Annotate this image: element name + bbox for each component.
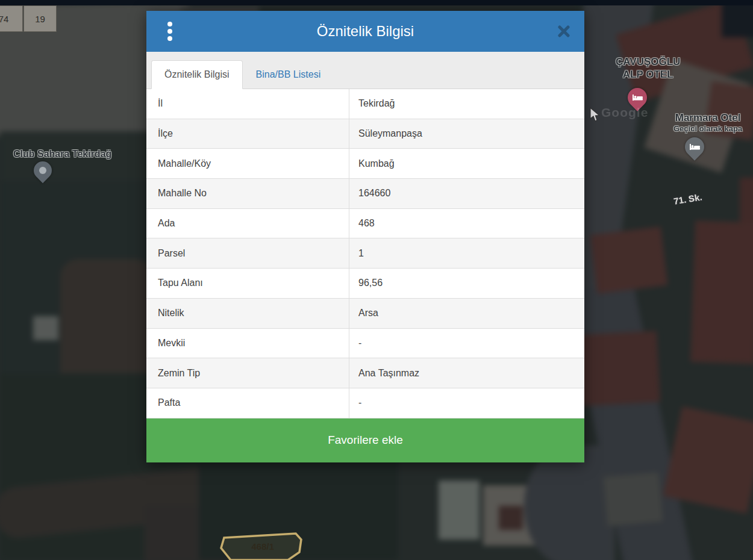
table-row: Pafta - — [146, 388, 584, 418]
bed-icon — [633, 94, 643, 101]
tab-bina-bb-listesi[interactable]: Bina/BB Listesi — [243, 60, 334, 89]
map-pin-club-sahara-icon[interactable] — [30, 158, 55, 183]
poi-line2: ALP OTEL — [623, 69, 673, 80]
table-row: Mahalle/Köy Kumbağ — [146, 149, 584, 179]
mouse-cursor-icon — [589, 107, 601, 123]
map-pin-marmara-icon[interactable] — [681, 133, 708, 160]
modal-title: Öznitelik Bilgisi — [317, 23, 414, 40]
row-label: Ada — [146, 209, 349, 238]
tab-bar: Öznitelik Bilgisi Bina/BB Listesi — [146, 52, 584, 89]
map-tile-label: 74 — [0, 5, 23, 32]
modal-header: Öznitelik Bilgisi — [146, 11, 584, 52]
row-label: Zemin Tip — [146, 358, 349, 388]
row-label: Nitelik — [146, 299, 349, 328]
google-watermark: Google — [601, 105, 648, 120]
row-value: 1 — [349, 238, 584, 268]
table-row: Tapu Alanı 96,56 — [146, 269, 584, 299]
row-label: İlçe — [146, 119, 349, 149]
table-row: İl Tekirdağ — [146, 89, 584, 119]
attribute-table: İl Tekirdağ İlçe Süleymanpaşa Mahalle/Kö… — [146, 89, 584, 418]
close-icon[interactable] — [558, 25, 570, 37]
row-label: Mevkii — [146, 329, 349, 358]
parcel-polygon[interactable]: 468/1 — [219, 531, 307, 560]
row-label: Pafta — [146, 388, 349, 418]
row-label: İl — [146, 89, 349, 119]
poi-title: Marmara Otel — [675, 112, 741, 123]
table-row: Parsel 1 — [146, 238, 584, 269]
poi-label-cavusoglu: ÇAVUŞOĞLU ALP OTEL — [616, 55, 680, 81]
poi-status: Geçici olarak kapa — [673, 124, 742, 134]
map-tile-label: 19 — [23, 5, 57, 32]
tab-oznitelik-bilgisi[interactable]: Öznitelik Bilgisi — [151, 60, 243, 89]
row-value: 96,56 — [349, 269, 584, 298]
table-row: Nitelik Arsa — [146, 299, 584, 329]
row-value: 164660 — [349, 179, 584, 208]
poi-label-marmara: Marmara Otel Geçici olarak kapa — [673, 111, 742, 134]
tile-label-text: 19 — [35, 14, 45, 24]
bed-icon — [690, 143, 700, 151]
poi-line1: ÇAVUŞOĞLU — [616, 56, 680, 67]
row-value: - — [349, 388, 584, 418]
poi-label-club-sahara: Club Sahara Tekirdağ — [13, 148, 111, 160]
table-row: Zemin Tip Ana Taşınmaz — [146, 358, 584, 388]
add-to-favorites-button[interactable]: Favorilere ekle — [146, 418, 584, 462]
row-value: Ana Taşınmaz — [349, 358, 584, 388]
row-label: Mahalle/Köy — [146, 149, 349, 178]
table-row: Mevkii - — [146, 329, 584, 359]
row-label: Tapu Alanı — [146, 269, 349, 298]
table-row: Ada 468 — [146, 209, 584, 239]
kebab-menu-icon[interactable] — [165, 19, 175, 43]
attribute-info-modal: Öznitelik Bilgisi Öznitelik Bilgisi Bina… — [146, 11, 584, 462]
table-row: İlçe Süleymanpaşa — [146, 119, 584, 149]
row-value: 468 — [349, 209, 584, 238]
row-value: Kumbağ — [349, 149, 584, 178]
tile-label-text: 74 — [0, 14, 8, 24]
row-value: Süleymanpaşa — [349, 119, 584, 149]
row-value: Tekirdağ — [349, 89, 584, 119]
parcel-number-label: 468/1 — [251, 541, 274, 552]
row-label: Mahalle No — [146, 179, 349, 208]
row-label: Parsel — [146, 238, 349, 268]
top-edge-strip — [0, 0, 753, 5]
row-value: - — [349, 329, 584, 358]
row-value: Arsa — [349, 299, 584, 328]
table-row: Mahalle No 164660 — [146, 179, 584, 209]
